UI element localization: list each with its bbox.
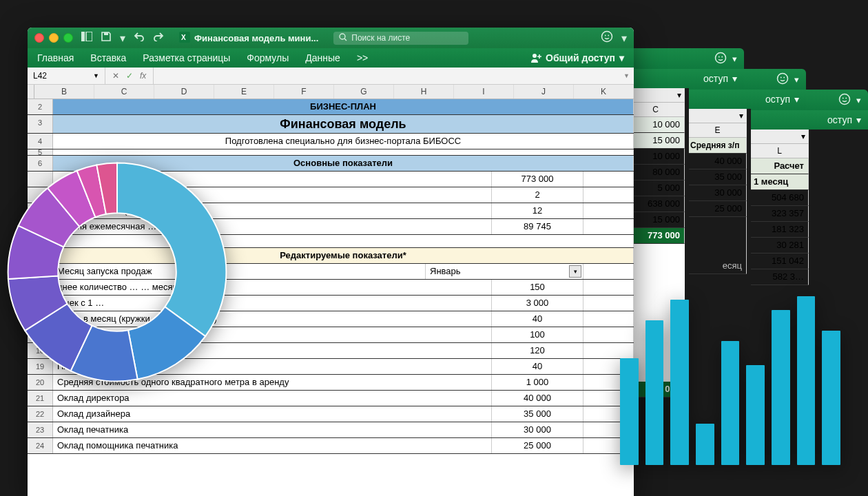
svg-point-2: [845, 97, 847, 99]
cell[interactable]: Оклад директора: [53, 391, 492, 406]
panel-icon[interactable]: [81, 32, 92, 44]
row-header[interactable]: 23: [28, 422, 53, 437]
filter-dropdown-icon[interactable]: ▾: [677, 88, 681, 102]
cell-total[interactable]: 773 000: [627, 228, 685, 244]
select-all-corner[interactable]: [28, 85, 34, 99]
cell[interactable]: 150: [492, 280, 583, 295]
cell[interactable]: Оклад дизайнера: [53, 406, 492, 422]
col-header[interactable]: I: [454, 85, 514, 99]
dropdown-icon[interactable]: ▼: [93, 72, 99, 79]
svg-point-8: [721, 56, 723, 57]
svg-point-17: [605, 35, 606, 37]
cell[interactable]: 3 000: [492, 296, 583, 311]
minimize-icon[interactable]: [49, 33, 59, 43]
col-header[interactable]: D: [154, 85, 214, 99]
row-header[interactable]: 3: [28, 115, 53, 133]
cell[interactable]: 80 000: [627, 165, 685, 180]
redo-icon[interactable]: [153, 32, 164, 44]
chevron-down-icon: ▾: [732, 54, 737, 64]
chevron-down-icon[interactable]: ▾: [120, 32, 125, 45]
col-header[interactable]: C: [94, 85, 154, 99]
cell[interactable]: 25 000: [492, 438, 583, 453]
cell[interactable]: 120: [492, 343, 583, 358]
col-header[interactable]: F: [274, 85, 334, 99]
col-header[interactable]: H: [394, 85, 454, 99]
row-header[interactable]: 5: [28, 149, 53, 155]
row-header[interactable]: 21: [28, 391, 53, 406]
dropdown-icon[interactable]: ▾: [569, 265, 581, 278]
col-header[interactable]: B: [34, 85, 94, 99]
column-headers: B C D E F G H I J K: [28, 85, 634, 99]
cell[interactable]: 40: [492, 359, 583, 374]
cell[interactable]: 10 000: [627, 117, 685, 133]
row-header[interactable]: 4: [28, 134, 53, 149]
cell[interactable]: 89 745: [492, 219, 583, 234]
cell[interactable]: 1 000: [492, 375, 583, 390]
svg-rect-10: [86, 32, 92, 41]
cell[interactable]: 15 000: [627, 212, 685, 228]
cell[interactable]: 30 000: [492, 422, 583, 437]
share-button[interactable]: Общий доступ ▾: [530, 52, 624, 63]
tab-more[interactable]: >>: [357, 52, 368, 63]
person-plus-icon: [530, 53, 541, 63]
formula-input[interactable]: [153, 68, 619, 84]
subtitle-cell[interactable]: Финансовая модель: [53, 115, 634, 133]
tab-home[interactable]: Главная: [37, 52, 74, 63]
col-header[interactable]: J: [514, 85, 574, 99]
bar: [620, 358, 639, 465]
tab-data[interactable]: Данные: [305, 52, 340, 63]
svg-point-4: [781, 76, 782, 78]
cell[interactable]: 12: [492, 203, 583, 218]
title-cell[interactable]: БИЗНЕС-ПЛАН: [53, 99, 634, 114]
stub-access-2: оступ▾: [627, 69, 744, 88]
cell[interactable]: 5 000: [627, 180, 685, 196]
cell[interactable]: 2: [492, 187, 583, 203]
search-input[interactable]: Поиск на листе: [333, 32, 468, 45]
cell[interactable]: 15 000: [627, 133, 685, 149]
cell[interactable]: Оклад печатника: [53, 422, 492, 437]
name-box[interactable]: L42 ▼: [28, 68, 105, 84]
bar: [721, 341, 740, 465]
cell[interactable]: 100: [492, 327, 583, 342]
close-icon[interactable]: [34, 33, 44, 43]
expand-fxbar-icon[interactable]: ▼: [619, 72, 634, 79]
smile-icon[interactable]: [601, 30, 613, 45]
svg-point-1: [843, 97, 844, 99]
cell[interactable]: 40: [492, 311, 583, 327]
save-icon[interactable]: [101, 31, 112, 45]
tab-formulas[interactable]: Формулы: [247, 52, 289, 63]
window-controls: [34, 33, 73, 43]
cell[interactable]: 10 000: [627, 149, 685, 165]
bar: [772, 310, 790, 465]
cell[interactable]: Оклад помощника печатника: [53, 438, 492, 453]
ribbon: Главная Вставка Разметка страницы Формул…: [28, 48, 634, 68]
row-header[interactable]: 22: [28, 406, 53, 422]
svg-point-0: [840, 94, 850, 104]
smile-icon: [776, 72, 789, 87]
tab-insert[interactable]: Вставка: [90, 52, 126, 63]
svg-point-3: [778, 73, 788, 83]
maximize-icon[interactable]: [63, 33, 73, 43]
search-icon: [339, 33, 347, 43]
col-header[interactable]: E: [214, 85, 274, 99]
fx-label[interactable]: fx: [140, 71, 146, 81]
row-header[interactable]: 2: [28, 99, 53, 114]
col-header[interactable]: K: [574, 85, 634, 99]
svg-text:X: X: [181, 34, 186, 41]
col-header[interactable]: G: [334, 85, 394, 99]
chevron-down-icon[interactable]: ▾: [621, 32, 627, 45]
undo-icon[interactable]: [134, 32, 145, 44]
search-placeholder: Поиск на листе: [351, 33, 410, 43]
cell[interactable]: 638 000: [627, 196, 685, 212]
tab-page-layout[interactable]: Разметка страницы: [143, 52, 230, 63]
check-icon[interactable]: ✓: [126, 71, 133, 81]
cell[interactable]: 40 000: [492, 391, 583, 406]
cancel-icon[interactable]: ✕: [112, 71, 119, 81]
cell[interactable]: Подготовлена специально для бизнес-порта…: [53, 134, 634, 149]
titlebar: ▾ X Финансовая модель мини... Поиск на л…: [28, 28, 634, 48]
cell[interactable]: 35 000: [492, 406, 583, 422]
row-header[interactable]: 24: [28, 438, 53, 453]
cell[interactable]: 773 000: [492, 172, 583, 187]
col-header-c[interactable]: C: [627, 103, 685, 117]
dropdown-cell[interactable]: Январь▾: [426, 264, 583, 279]
